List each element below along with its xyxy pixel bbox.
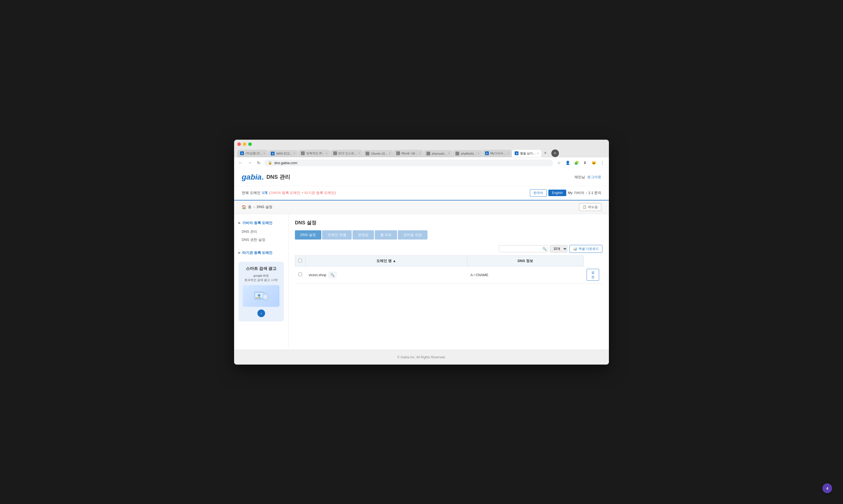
header-domain[interactable]: 도메인 명 ▲	[306, 255, 467, 266]
dns-info: A / CNAME	[470, 273, 488, 277]
tab-close-icon[interactable]: ×	[419, 152, 421, 155]
divider: I	[586, 191, 587, 195]
dns-table: 도메인 명 ▲ DNS 정보 vicion.shop	[295, 255, 602, 284]
row-checkbox[interactable]	[298, 273, 302, 276]
tab-close-icon[interactable]: ×	[358, 152, 360, 155]
logout-link[interactable]: 로그아웃	[587, 175, 601, 180]
new-tab-button[interactable]: +	[541, 149, 549, 157]
domain-search-icon[interactable]: 🔍	[329, 272, 336, 278]
tab-7[interactable]: phpmyad... ×	[424, 150, 452, 157]
my-gabia-link[interactable]: My 가비아	[568, 191, 584, 195]
tab-6[interactable]: Mysql 사β... ×	[394, 150, 424, 157]
lang-english-button[interactable]: English	[548, 190, 566, 196]
extension-icon[interactable]: 🧩	[573, 160, 580, 166]
tab-close-icon[interactable]: ×	[507, 152, 509, 155]
search-button[interactable]: 🔍	[543, 247, 547, 251]
maximize-button[interactable]	[248, 142, 252, 146]
tab-2[interactable]: g AWS EC2... ×	[268, 150, 298, 157]
tab-5[interactable]: Ubuntu 1δ... ×	[363, 150, 393, 157]
other-domain-section: ▶ 타기관 등록 도메인	[234, 248, 288, 257]
toolbar-icons: ☆ 👤 🧩 ⬇ 🐱 ⋮	[556, 160, 606, 166]
tab-1[interactable]: g (작성중) D... ×	[237, 150, 268, 157]
setting-button[interactable]: 설정	[587, 269, 599, 281]
gabia-domain-section: ▶ 가비아 등록 도메인 DNS 관리 DNS 권한 설정	[234, 218, 288, 244]
domain-name[interactable]: vicion.shop	[309, 273, 326, 277]
table-controls: 🔍 10개 20개 50개 📊 엑셀 다운로드	[295, 245, 602, 253]
tab-close-icon[interactable]: ×	[389, 152, 391, 155]
tab-dns-setting[interactable]: DNS 설정	[295, 230, 321, 239]
tab-favicon	[396, 151, 400, 155]
chevron-icon: ▶	[238, 221, 241, 224]
other-domain-header[interactable]: ▶ 타기관 등록 도메인	[234, 248, 288, 257]
breadcrumb-bar: 🏠 홈 > DNS 설정 📋 메뉴얼	[234, 200, 609, 214]
tab-mobile-parking[interactable]: 모바일 파킹	[398, 230, 428, 239]
search-input[interactable]	[499, 245, 548, 252]
main-content: DNS 설정 DNS 설정 도메인 연결 포워딩 웹 파킹 모바일 파킹 🔍	[289, 214, 609, 350]
logo-dot: .	[261, 173, 264, 181]
back-button[interactable]: ←	[237, 160, 244, 166]
gabia-domain-header[interactable]: ▶ 가비아 등록 도메인	[234, 218, 288, 228]
logo-text: gabia	[242, 173, 261, 181]
logo-area: gabia . DNS 관리	[242, 173, 290, 181]
sidebar-item-dns-permission[interactable]: DNS 권한 설정	[234, 236, 288, 244]
tab-4[interactable]: EC2 인스트... ×	[330, 150, 363, 157]
excel-download-button[interactable]: 📊 엑셀 다운로드	[569, 245, 602, 253]
menu-icon[interactable]: ⋮	[599, 160, 606, 166]
tab-domain-connect[interactable]: 도메인 연결	[322, 230, 352, 239]
address-input[interactable]	[274, 161, 549, 165]
table-body: vicion.shop 🔍 A / CNAME 설정	[295, 266, 603, 284]
site-header: gabia . DNS 관리 재민님 로그아웃	[234, 168, 609, 186]
tab-favicon: g	[485, 151, 489, 155]
tab-web-parking[interactable]: 웹 파킹	[375, 230, 397, 239]
close-button[interactable]	[237, 142, 241, 146]
svg-rect-4	[259, 297, 261, 298]
ad-image	[243, 285, 279, 307]
breadcrumb: 🏠 홈 > DNS 설정	[242, 204, 272, 210]
address-bar[interactable]: 🔒	[264, 160, 553, 166]
breadcrumb-home-label[interactable]: 홈	[248, 204, 252, 210]
support-link[interactable]: 1:1 문의	[588, 191, 601, 195]
ad-next-button[interactable]: ›	[257, 309, 265, 317]
user-avatar[interactable]: 🐱	[590, 160, 597, 166]
domain-info-bar: 전체 도메인 1개 (가비아 등록 도메인 + 타기관 등록 도메인) 한국어 …	[234, 186, 609, 200]
excel-icon: 📊	[573, 247, 577, 251]
select-all-checkbox[interactable]	[298, 259, 302, 262]
minimize-button[interactable]	[243, 142, 246, 146]
header-dns: DNS 정보	[467, 255, 583, 266]
content-with-sidebar: ▶ 가비아 등록 도메인 DNS 관리 DNS 권한 설정 ▶ 타기관 등록 도…	[234, 214, 609, 350]
traffic-lights	[237, 142, 252, 146]
tab-close-icon[interactable]: ×	[264, 152, 265, 155]
sidebar-item-dns-manage[interactable]: DNS 관리	[234, 228, 288, 236]
lang-korean-button[interactable]: 한국어	[530, 189, 547, 197]
manual-button[interactable]: 📋 메뉴얼	[579, 203, 601, 211]
logo: gabia .	[242, 173, 264, 181]
forward-button[interactable]: →	[246, 160, 253, 166]
row-checkbox-cell	[295, 266, 306, 284]
svg-rect-6	[263, 295, 267, 299]
domain-extra: (가비아 등록 도메인 + 타기관 등록 도메인)	[269, 191, 336, 195]
tab-close-icon[interactable]: ×	[537, 152, 539, 155]
excel-label: 엑셀 다운로드	[579, 247, 599, 251]
tab-favicon	[301, 151, 305, 155]
tab-favicon: g	[240, 151, 244, 155]
tab-10[interactable]: g 웹을 넘이... ×	[512, 150, 541, 157]
tab-9[interactable]: g My가비아... ×	[482, 150, 512, 157]
tab-close-icon[interactable]: ×	[448, 152, 450, 155]
per-page-select[interactable]: 10개 20개 50개	[550, 245, 567, 253]
tab-favicon	[455, 151, 459, 156]
scroll-badge[interactable]: 4	[822, 483, 832, 493]
profile-icon[interactable]: 👤	[564, 160, 571, 166]
tab-3[interactable]: 탄력적인 IP... ×	[298, 150, 330, 157]
tab-favicon	[365, 151, 369, 156]
refresh-button[interactable]: ↻	[256, 160, 261, 166]
download-icon[interactable]: ⬇	[582, 160, 588, 166]
tab-close-icon[interactable]: ×	[326, 152, 328, 155]
manual-icon: 📋	[583, 205, 587, 209]
bookmark-icon[interactable]: ☆	[556, 160, 562, 166]
tab-forwarding[interactable]: 포워딩	[352, 230, 374, 239]
row-dns-cell: A / CNAME	[467, 266, 583, 284]
tab-close-icon[interactable]: ×	[294, 152, 295, 155]
tab-8[interactable]: phpMyAd... ×	[453, 150, 482, 157]
page-content: gabia . DNS 관리 재민님 로그아웃 전체 도메인 1개 (가비아 등…	[234, 168, 609, 364]
tab-close-icon[interactable]: ×	[478, 152, 479, 155]
